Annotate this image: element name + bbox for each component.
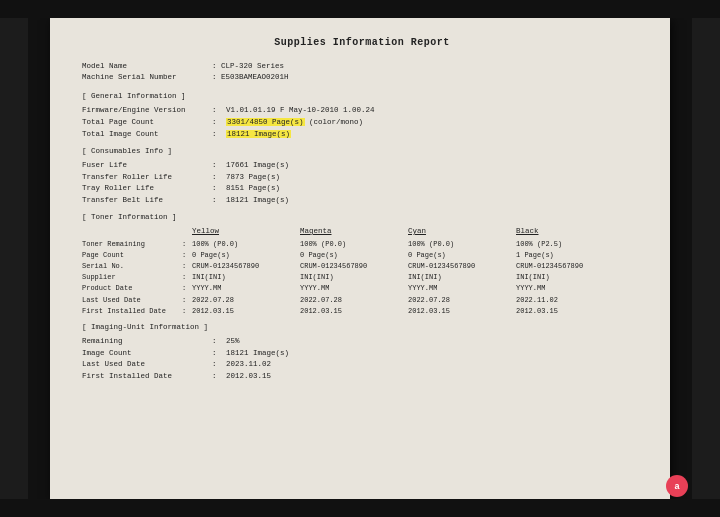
toner-supplier-cyan: INI(INI) — [408, 272, 516, 282]
document-paper: Supplies Information Report Model Name :… — [50, 18, 670, 499]
header-section: Model Name : CLP-320 Series Machine Seri… — [82, 61, 642, 84]
consumables-section: [ Consumables Info ] Fuser Life : 17661 … — [82, 146, 642, 206]
toner-first-installed-magenta: 2012.03.15 — [300, 306, 408, 316]
page-count-label: Total Page Count — [82, 117, 212, 128]
fuser-value: 17661 Image(s) — [226, 160, 642, 171]
fuser-row: Fuser Life : 17661 Image(s) — [82, 160, 642, 171]
toner-supplier-black: INI(INI) — [516, 272, 624, 282]
toner-page-count-black: 1 Page(s) — [516, 250, 624, 260]
model-name-label: Model Name — [82, 61, 212, 72]
transfer-belt-label: Transfer Belt Life — [82, 195, 212, 206]
toner-section: [ Toner Information ] Yellow Magenta Cya… — [82, 212, 642, 316]
toner-section-title: [ Toner Information ] — [82, 212, 642, 223]
toner-first-installed-row: First Installed Date : 2012.03.15 2012.0… — [82, 306, 642, 316]
image-count-row: Total Image Count : 18121 Image(s) — [82, 129, 642, 140]
tray-roller-row: Tray Roller Life : 8151 Page(s) — [82, 183, 642, 194]
imaging-section: [ Imaging-Unit Information ] Remaining :… — [82, 322, 642, 382]
toner-last-used-black: 2022.11.02 — [516, 295, 624, 305]
imaging-last-used-row: Last Used Date : 2023.11.02 — [82, 359, 642, 370]
general-section: [ General Information ] Firmware/Engine … — [82, 91, 642, 140]
imaging-image-count-label: Image Count — [82, 348, 212, 359]
toner-serial-magenta: CRUM-01234567890 — [300, 261, 408, 271]
avito-watermark: a — [666, 475, 688, 497]
firmware-value: V1.01.01.19 F May-10-2010 1.00.24 — [226, 105, 642, 116]
toner-serial-yellow: CRUM-01234567890 — [192, 261, 300, 271]
firmware-label: Firmware/Engine Version — [82, 105, 212, 116]
toner-product-date-label: Product Date — [82, 283, 182, 293]
toner-header-row: Yellow Magenta Cyan Black — [82, 226, 642, 237]
toner-first-installed-yellow: 2012.03.15 — [192, 306, 300, 316]
page-count-row: Total Page Count : 3301/4850 Page(s) (co… — [82, 117, 642, 128]
image-count-value: 18121 Image(s) — [226, 129, 642, 140]
toner-first-installed-cyan: 2012.03.15 — [408, 306, 516, 316]
toner-last-used-label: Last Used Date — [82, 295, 182, 305]
toner-serial-black: CRUM-01234567890 — [516, 261, 624, 271]
toner-serial-cyan: CRUM-01234567890 — [408, 261, 516, 271]
left-border — [0, 0, 28, 517]
toner-first-installed-black: 2012.03.15 — [516, 306, 624, 316]
imaging-first-installed-row: First Installed Date : 2012.03.15 — [82, 371, 642, 382]
top-bar — [0, 0, 720, 18]
tray-roller-label: Tray Roller Life — [82, 183, 212, 194]
firmware-row: Firmware/Engine Version : V1.01.01.19 F … — [82, 105, 642, 116]
imaging-section-title: [ Imaging-Unit Information ] — [82, 322, 642, 333]
toner-yellow-header: Yellow — [192, 226, 300, 237]
toner-supplier-yellow: INI(INI) — [192, 272, 300, 282]
toner-page-count-row: Page Count : 0 Page(s) 0 Page(s) 0 Page(… — [82, 250, 642, 260]
transfer-roller-value: 7873 Page(s) — [226, 172, 642, 183]
toner-last-used-yellow: 2022.07.28 — [192, 295, 300, 305]
serial-row: Machine Serial Number : E503BAMEAO0201H — [82, 72, 642, 83]
bottom-bar — [0, 499, 720, 517]
imaging-first-installed-value: 2012.03.15 — [226, 371, 642, 382]
toner-supplier-row: Supplier : INI(INI) INI(INI) INI(INI) IN… — [82, 272, 642, 282]
toner-last-used-magenta: 2022.07.28 — [300, 295, 408, 305]
toner-remaining-black: 100% (P2.5) — [516, 239, 624, 249]
toner-remaining-cyan: 100% (P0.0) — [408, 239, 516, 249]
toner-product-date-magenta: YYYY.MM — [300, 283, 408, 293]
toner-black-header: Black — [516, 226, 624, 237]
toner-page-count-cyan: 0 Page(s) — [408, 250, 516, 260]
toner-page-count-label: Page Count — [82, 250, 182, 260]
general-section-title: [ General Information ] — [82, 91, 642, 102]
outer-frame: Supplies Information Report Model Name :… — [0, 0, 720, 517]
toner-remaining-row: Toner Remaining : 100% (P0.0) 100% (P0.0… — [82, 239, 642, 249]
model-name-row: Model Name : CLP-320 Series — [82, 61, 642, 72]
toner-serial-row: Serial No. : CRUM-01234567890 CRUM-01234… — [82, 261, 642, 271]
page-count-value: 3301/4850 Page(s) (color/mono) — [226, 117, 642, 128]
image-count-label: Total Image Count — [82, 129, 212, 140]
imaging-remaining-row: Remaining : 25% — [82, 336, 642, 347]
transfer-roller-label: Transfer Roller Life — [82, 172, 212, 183]
fuser-label: Fuser Life — [82, 160, 212, 171]
toner-remaining-label: Toner Remaining — [82, 239, 182, 249]
image-count-highlight: 18121 Image(s) — [226, 130, 291, 138]
toner-page-count-magenta: 0 Page(s) — [300, 250, 408, 260]
toner-magenta-header: Magenta — [300, 226, 408, 237]
imaging-first-installed-label: First Installed Date — [82, 371, 212, 382]
toner-product-date-black: YYYY.MM — [516, 283, 624, 293]
serial-label: Machine Serial Number — [82, 72, 212, 83]
tray-roller-value: 8151 Page(s) — [226, 183, 642, 194]
transfer-belt-value: 18121 Image(s) — [226, 195, 642, 206]
toner-col-empty — [82, 226, 182, 237]
imaging-image-count-row: Image Count : 18121 Image(s) — [82, 348, 642, 359]
serial-value: : E503BAMEAO0201H — [212, 72, 642, 83]
imaging-remaining-value: 25% — [226, 336, 642, 347]
imaging-remaining-label: Remaining — [82, 336, 212, 347]
imaging-image-count-value: 18121 Image(s) — [226, 348, 642, 359]
consumables-section-title: [ Consumables Info ] — [82, 146, 642, 157]
imaging-last-used-label: Last Used Date — [82, 359, 212, 370]
toner-cyan-header: Cyan — [408, 226, 516, 237]
toner-last-used-row: Last Used Date : 2022.07.28 2022.07.28 2… — [82, 295, 642, 305]
toner-product-date-yellow: YYYY.MM — [192, 283, 300, 293]
toner-serial-label: Serial No. — [82, 261, 182, 271]
toner-table: Yellow Magenta Cyan Black Toner Remainin… — [82, 226, 642, 316]
toner-supplier-label: Supplier — [82, 272, 182, 282]
toner-last-used-cyan: 2022.07.28 — [408, 295, 516, 305]
report-title: Supplies Information Report — [82, 36, 642, 51]
toner-product-date-cyan: YYYY.MM — [408, 283, 516, 293]
avito-logo: a — [666, 475, 688, 497]
right-border — [692, 0, 720, 517]
toner-page-count-yellow: 0 Page(s) — [192, 250, 300, 260]
toner-first-installed-label: First Installed Date — [82, 306, 182, 316]
model-name-value: : CLP-320 Series — [212, 61, 642, 72]
